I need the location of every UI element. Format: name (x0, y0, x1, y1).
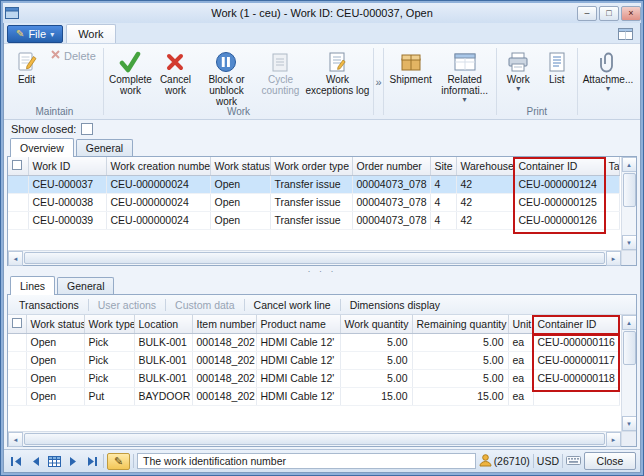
table-row[interactable]: Open Pick BULK-001 000148_202 HDMI Cable… (8, 333, 619, 351)
select-all-header[interactable] (8, 157, 28, 175)
scroll-up-icon[interactable]: ▲ (622, 157, 637, 172)
list-button[interactable]: List (538, 46, 575, 86)
col-container-id[interactable]: Container ID (514, 157, 604, 175)
lcol-product-name[interactable]: Product name (256, 315, 340, 333)
cell: HDMI Cable 12' (256, 351, 340, 369)
tab-overview[interactable]: Overview (10, 138, 74, 157)
cell: CEU-000000024 (106, 211, 210, 229)
scroll-left-icon[interactable]: ◄ (8, 251, 23, 266)
col-site[interactable]: Site (430, 157, 456, 175)
lcol-location[interactable]: Location (134, 315, 192, 333)
close-button[interactable]: Close (584, 452, 636, 470)
table-row[interactable]: Open Pick BULK-001 000148_202 HDMI Cable… (8, 351, 619, 369)
close-window-button[interactable]: × (621, 6, 641, 21)
col-target[interactable]: Targe (604, 157, 619, 175)
cancel-work-button[interactable]: Cancel work (155, 46, 195, 97)
last-record-button[interactable] (84, 453, 100, 469)
transactions-button[interactable]: Transactions (12, 299, 86, 311)
scroll-thumb[interactable] (623, 331, 636, 365)
list-icon (547, 49, 567, 74)
select-all-checkbox[interactable] (12, 160, 22, 170)
dimensions-display-button[interactable]: Dimensions display (343, 299, 447, 311)
shipment-button[interactable]: Shipment (386, 46, 436, 86)
scroll-left-icon[interactable]: ◄ (8, 432, 23, 447)
select-all-header[interactable] (8, 315, 26, 333)
scroll-down-icon[interactable]: ▼ (622, 416, 637, 431)
edit-button[interactable]: Edit (8, 46, 45, 86)
row-selector[interactable] (8, 175, 28, 193)
lcol-remaining-quantity[interactable]: Remaining quantity (412, 315, 508, 333)
delete-button[interactable]: Delete (45, 46, 101, 65)
next-record-button[interactable] (65, 453, 81, 469)
scroll-down-icon[interactable]: ▼ (622, 235, 637, 250)
col-warehouse[interactable]: Warehouse (456, 157, 514, 175)
table-row[interactable]: CEU-000039 CEU-000000024 Open Transfer i… (8, 211, 619, 229)
row-selector[interactable] (8, 351, 26, 369)
titlebar[interactable]: Work (1 - ceu) - Work ID: CEU-000037, Op… (3, 3, 641, 23)
maximize-button[interactable]: □ (599, 6, 619, 21)
previous-record-button[interactable] (27, 453, 43, 469)
scroll-right-icon[interactable]: ► (606, 251, 621, 266)
lcol-work-type[interactable]: Work type (84, 315, 134, 333)
tab-lines[interactable]: Lines (10, 276, 55, 295)
scroll-thumb[interactable] (24, 252, 605, 264)
horizontal-scrollbar[interactable]: ◄ ► (8, 431, 636, 446)
col-work-id[interactable]: Work ID (28, 157, 106, 175)
scroll-up-icon[interactable]: ▲ (622, 315, 637, 330)
tab-work[interactable]: Work (66, 24, 115, 43)
minimize-button[interactable]: – (577, 6, 597, 21)
exceptions-log-icon (327, 49, 347, 74)
row-selector[interactable] (8, 193, 28, 211)
row-selector[interactable] (8, 333, 26, 351)
block-unblock-work-button[interactable]: Block or unblock work (195, 46, 257, 108)
complete-work-button[interactable]: Complete work (105, 46, 155, 97)
table-row[interactable]: Open Pick BULK-001 000148_202 HDMI Cable… (8, 369, 619, 387)
col-work-status[interactable]: Work status (210, 157, 270, 175)
splitter[interactable]: · · · (4, 266, 640, 275)
horizontal-scrollbar[interactable]: ◄ ► (8, 250, 636, 265)
related-information-button[interactable]: Related informati... ▾ (436, 46, 494, 104)
dropdown-icon: ▾ (463, 96, 467, 103)
first-record-button[interactable] (8, 453, 24, 469)
select-all-checkbox[interactable] (12, 318, 22, 328)
vertical-scrollbar[interactable]: ▲ ▼ (621, 157, 636, 250)
scroll-right-icon[interactable]: ► (606, 432, 621, 447)
tab-general-upper[interactable]: General (76, 139, 133, 156)
cycle-counting-button[interactable]: Cycle counting (257, 46, 303, 97)
attachments-button[interactable]: Attachme... ▾ (580, 46, 636, 93)
table-row[interactable]: CEU-000037 CEU-000000024 Open Transfer i… (8, 175, 619, 193)
lcol-unit[interactable]: Unit (508, 315, 533, 333)
table-row[interactable]: CEU-000038 CEU-000000024 Open Transfer i… (8, 193, 619, 211)
scroll-thumb[interactable] (24, 433, 605, 445)
lcol-work-status[interactable]: Work status (26, 315, 84, 333)
keyboard-icon[interactable] (566, 455, 581, 468)
tab-general-lines[interactable]: General (57, 277, 114, 294)
grid-view-button[interactable] (46, 453, 62, 469)
overflow-chevron[interactable]: » (374, 45, 383, 118)
file-menu-button[interactable]: ✎ File ▾ (7, 25, 63, 43)
work-exceptions-log-button[interactable]: Work exceptions log (303, 46, 371, 97)
lcol-item-number[interactable]: Item number (192, 315, 256, 333)
work-print-button[interactable]: Work ▾ (498, 46, 538, 93)
custom-data-button[interactable]: Custom data (168, 299, 242, 311)
window-layout-icon[interactable] (618, 28, 633, 40)
row-selector[interactable] (8, 369, 26, 387)
table-row[interactable]: Open Put BAYDOOR 000148_202 HDMI Cable 1… (8, 387, 619, 405)
row-selector[interactable] (8, 211, 28, 229)
user-actions-button[interactable]: User actions (91, 299, 163, 311)
scroll-thumb[interactable] (623, 173, 636, 207)
row-selector[interactable] (8, 387, 26, 405)
col-work-order-type[interactable]: Work order type (270, 157, 352, 175)
col-work-creation-number[interactable]: Work creation number (106, 157, 210, 175)
lcol-work-quantity[interactable]: Work quantity (340, 315, 412, 333)
lcol-container-id[interactable]: Container ID (533, 315, 619, 333)
currency-indicator[interactable]: USD (537, 455, 559, 467)
show-closed-checkbox[interactable] (81, 123, 93, 135)
edit-record-button[interactable]: ✎ (107, 453, 130, 470)
cancel-work-line-button[interactable]: Cancel work line (247, 299, 338, 311)
vertical-scrollbar[interactable]: ▲ ▼ (621, 315, 636, 431)
session-indicator[interactable]: (26710) (479, 454, 530, 469)
cell: CEU-000000024 (106, 175, 210, 193)
cell (533, 387, 619, 405)
col-order-number[interactable]: Order number (352, 157, 430, 175)
